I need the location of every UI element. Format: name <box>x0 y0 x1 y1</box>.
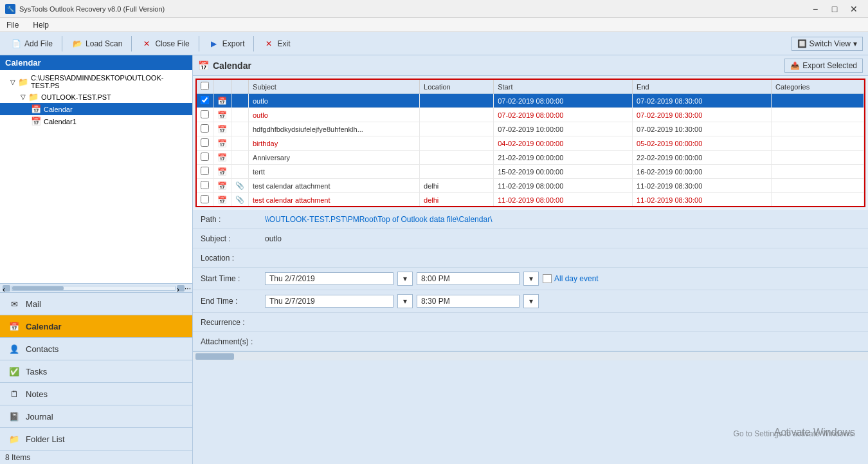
row-start: 07-02-2019 08:00:00 <box>494 94 633 108</box>
sidebar-nav: ✉ Mail 📅 Calendar 👤 Contacts ✅ Tasks 🗒 N… <box>0 292 192 450</box>
start-time-dropdown[interactable]: ▾ <box>523 272 539 286</box>
end-date-dropdown[interactable]: ▾ <box>397 294 413 308</box>
contacts-icon: 👤 <box>8 342 21 355</box>
start-time-group: Thu 2/7/2019 ▾ 8:00 PM ▾ All day event <box>265 272 599 286</box>
minimize-btn[interactable]: − <box>806 3 824 15</box>
folder-icon: 📁 <box>18 77 28 87</box>
row-subject[interactable]: test calendar attachment <box>249 193 420 207</box>
row-start: 21-02-2019 00:00:00 <box>494 151 633 165</box>
all-day-checkbox[interactable] <box>543 274 552 283</box>
scroll-left-btn[interactable]: ‹ <box>3 285 10 292</box>
tree-item-outlook-pst[interactable]: ▽ 📁 OUTLOOK-TEST.PST <box>0 91 192 103</box>
row-subject[interactable]: outlo <box>249 108 420 122</box>
end-time-label: End Time : <box>201 297 265 306</box>
menu-file[interactable]: File <box>4 19 21 31</box>
nav-journal[interactable]: 📓 Journal <box>0 405 192 427</box>
start-date-dropdown[interactable]: ▾ <box>397 272 413 286</box>
main-layout: Calendar ▽ 📁 C:\USERS\ADMIN\DESKTOP\OUTL… <box>0 55 868 464</box>
row-start: 07-02-2019 08:00:00 <box>494 108 633 122</box>
end-date-input[interactable]: Thu 2/7/2019 <box>265 295 393 308</box>
sidebar-tree[interactable]: ▽ 📁 C:\USERS\ADMIN\DESKTOP\OUTLOOK-TEST.… <box>0 70 192 283</box>
row-subject[interactable]: tertt <box>249 165 420 179</box>
recurrence-label: Recurrence : <box>201 318 265 327</box>
select-all-checkbox[interactable] <box>201 82 209 90</box>
row-cal-icon: 📅 <box>217 139 227 148</box>
tree-item-calendar[interactable]: 📅 Calendar <box>0 103 192 115</box>
table-row[interactable]: 📅 📎 test calendar attachment delhi 11-02… <box>197 179 864 193</box>
row-checkbox[interactable] <box>201 167 209 175</box>
tree-calendar1-label: Calendar1 <box>44 118 77 125</box>
row-checkbox[interactable] <box>201 124 209 133</box>
all-day-label: All day event <box>554 274 599 283</box>
table-body: 📅 outlo 07-02-2019 08:00:00 07-02-2019 0… <box>197 94 864 207</box>
row-attach-icon-cell <box>231 108 249 122</box>
start-date-input[interactable]: Thu 2/7/2019 <box>265 272 393 285</box>
table-row[interactable]: 📅 outlo 07-02-2019 08:00:00 07-02-2019 0… <box>197 108 864 122</box>
row-cal-icon-cell: 📅 <box>213 179 231 193</box>
maximize-btn[interactable]: □ <box>826 3 844 15</box>
export-selected-button[interactable]: 📤 Export Selected <box>784 59 863 73</box>
nav-notes[interactable]: 🗒 Notes <box>0 382 192 405</box>
end-time-input[interactable]: 8:30 PM <box>417 295 520 308</box>
table-row[interactable]: 📅 hdfgdhfbdkydsiufelejfye8uhfenklh... 07… <box>197 122 864 136</box>
row-checkbox[interactable] <box>201 153 209 161</box>
row-checkbox[interactable] <box>201 195 209 203</box>
row-cal-icon-cell: 📅 <box>213 108 231 122</box>
row-cal-icon: 📅 <box>217 97 227 106</box>
tree-expand-icon: ▽ <box>10 79 15 86</box>
nav-mail[interactable]: ✉ Mail <box>0 292 192 315</box>
row-cal-icon-cell: 📅 <box>213 165 231 179</box>
attachments-label: Attachment(s) : <box>201 337 265 346</box>
row-subject[interactable]: birthday <box>249 136 420 151</box>
sidebar-hscroll[interactable]: ‹ › ··· <box>0 283 192 292</box>
subject-value: outlo <box>265 234 860 243</box>
row-checkbox[interactable] <box>201 181 209 189</box>
row-attach-icon-cell <box>231 122 249 136</box>
notes-icon: 🗒 <box>8 387 21 400</box>
row-start: 15-02-2019 00:00:00 <box>494 165 633 179</box>
scroll-right-btn[interactable]: › <box>177 285 185 292</box>
nav-folder-list[interactable]: 📁 Folder List <box>0 427 192 450</box>
table-row[interactable]: 📅 📎 test calendar attachment delhi 11-02… <box>197 193 864 207</box>
end-time-dropdown[interactable]: ▾ <box>523 294 539 308</box>
menu-help[interactable]: Help <box>30 19 51 31</box>
nav-calendar[interactable]: 📅 Calendar <box>0 315 192 337</box>
table-row[interactable]: 📅 birthday 04-02-2019 00:00:00 05-02-201… <box>197 136 864 151</box>
detail-hscroll[interactable] <box>193 351 868 360</box>
nav-contacts[interactable]: 👤 Contacts <box>0 337 192 360</box>
add-file-label: Add File <box>24 39 53 48</box>
row-cal-icon-cell: 📅 <box>213 94 231 108</box>
nav-tasks[interactable]: ✅ Tasks <box>0 360 192 382</box>
row-checkbox[interactable] <box>201 96 209 104</box>
export-button[interactable]: ▶ Export <box>203 36 250 51</box>
hscroll-thumb[interactable] <box>195 353 234 360</box>
close-btn[interactable]: ✕ <box>845 3 863 15</box>
location-row: Location : <box>193 248 868 268</box>
tree-item-pst[interactable]: ▽ 📁 C:\USERS\ADMIN\DESKTOP\OUTLOOK-TEST.… <box>0 73 192 91</box>
col-start: Start <box>494 80 633 94</box>
add-file-button[interactable]: 📄 Add File <box>5 36 58 51</box>
row-subject[interactable]: hdfgdhfbdkydsiufelejfye8uhfenklh... <box>249 122 420 136</box>
row-subject[interactable]: test calendar attachment <box>249 179 420 193</box>
row-categories <box>772 122 864 136</box>
row-subject[interactable]: outlo <box>249 94 420 108</box>
row-checkbox[interactable] <box>201 138 209 147</box>
exit-button[interactable]: ✕ Exit <box>258 36 295 51</box>
load-scan-button[interactable]: 📂 Load Scan <box>66 36 127 51</box>
path-value[interactable]: \\OUTLOOK-TEST.PST\PMRoot\Top of Outlook… <box>265 215 860 224</box>
nav-contacts-label: Contacts <box>26 344 59 354</box>
toolbar-separator-1 <box>62 36 62 51</box>
table-row[interactable]: 📅 Anniversary 21-02-2019 00:00:00 22-02-… <box>197 151 864 165</box>
table-row[interactable]: 📅 outlo 07-02-2019 08:00:00 07-02-2019 0… <box>197 94 864 108</box>
row-end: 11-02-2019 08:30:00 <box>633 179 772 193</box>
tree-item-calendar1[interactable]: 📅 Calendar1 <box>0 115 192 127</box>
tree-outlook-label: OUTLOOK-TEST.PST <box>41 93 111 101</box>
table-row[interactable]: 📅 tertt 15-02-2019 00:00:00 16-02-2019 0… <box>197 165 864 179</box>
close-file-button[interactable]: ✕ Close File <box>136 36 194 51</box>
row-subject[interactable]: Anniversary <box>249 151 420 165</box>
start-time-input[interactable]: 8:00 PM <box>417 272 520 285</box>
switch-view-arrow: ▾ <box>853 39 857 48</box>
start-time-value: 8:00 PM <box>421 274 450 283</box>
switch-view-button[interactable]: 🔲 Switch View ▾ <box>791 37 863 51</box>
row-checkbox[interactable] <box>201 110 209 118</box>
